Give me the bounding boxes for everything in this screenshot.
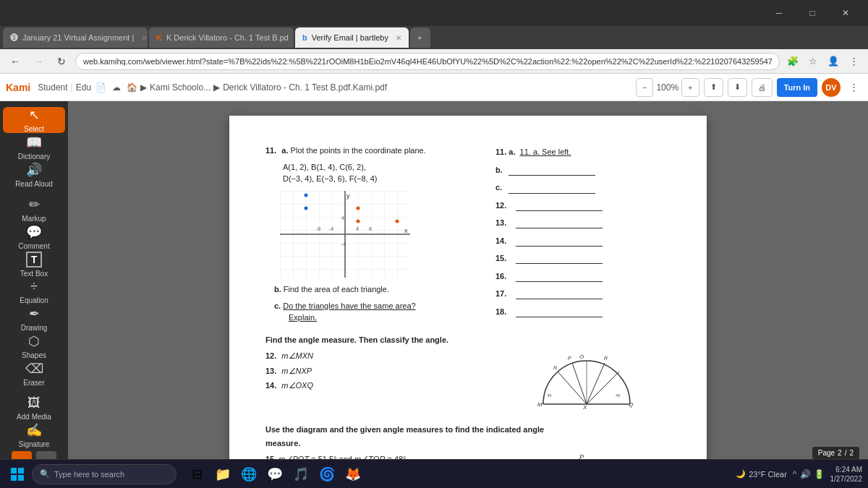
zoom-minus-button[interactable]: −: [636, 78, 653, 97]
extensions-icon[interactable]: 🧩: [784, 53, 801, 70]
svg-text:Q: Q: [629, 401, 633, 408]
answer-13-label: 13.: [495, 217, 511, 229]
svg-text:P: P: [579, 453, 584, 459]
weather-text: 23°F Clear: [749, 470, 787, 479]
sidebar-item-signature[interactable]: ✍ Signature: [3, 422, 65, 448]
volume-icon[interactable]: 🔊: [800, 469, 811, 479]
redo-button[interactable]: ■: [36, 451, 56, 459]
sidebar-item-read-aloud[interactable]: 🔊 Read Aloud: [3, 162, 65, 188]
answer-row-15: 15.: [495, 252, 678, 265]
taskbar-search[interactable]: 🔍 Type here to search: [32, 464, 176, 484]
sidebar-item-label: Text Box: [20, 270, 48, 278]
coordinate-grid: y x 4 8 -4 -8 4 -4: [280, 191, 410, 278]
answer-18-line: [516, 306, 603, 317]
svg-point-15: [305, 193, 308, 197]
minimize-button[interactable]: ─: [762, 1, 796, 25]
task-view-button[interactable]: ⊟: [185, 463, 208, 486]
svg-line-24: [587, 363, 605, 404]
address-input[interactable]: [75, 53, 780, 70]
svg-point-11: [357, 219, 360, 223]
messaging-button[interactable]: 💬: [263, 463, 286, 486]
undo-button[interactable]: ■: [12, 451, 32, 459]
svg-text:-4: -4: [329, 226, 333, 231]
tab-label: Verify Email | bartleby: [312, 33, 388, 42]
sidebar-item-label: Eraser: [23, 379, 44, 387]
sidebar-item-eraser[interactable]: ⌫ Eraser: [3, 361, 65, 387]
tab-close-icon[interactable]: ✕: [141, 34, 147, 42]
problem-11-points2: D(−3, 4), E(−3, 6), F(−8, 4): [283, 174, 378, 183]
text-box-icon: T: [26, 252, 42, 267]
music-button[interactable]: 🎵: [289, 463, 312, 486]
sidebar-item-select[interactable]: ↖ Select: [3, 107, 65, 133]
breadcrumb-file[interactable]: Derick Villatoro - Ch. 1 Test B.pdf.Kami…: [223, 82, 387, 93]
back-button[interactable]: ←: [6, 52, 25, 71]
clock[interactable]: 6:24 AM 1/27/2022: [830, 465, 863, 484]
start-button[interactable]: [6, 463, 29, 486]
browser-icons: 🧩 ☆ 👤 ⋮: [784, 53, 862, 70]
answer-17-line: [516, 288, 603, 299]
sidebar-item-comment[interactable]: 💬 Comment: [3, 224, 65, 250]
print-button[interactable]: 🖨: [752, 78, 773, 97]
breadcrumb-home[interactable]: 🏠: [127, 82, 137, 93]
sidebar-item-add-media[interactable]: 🖼 Add Media: [3, 395, 65, 421]
edge-browser-button[interactable]: 🌐: [237, 463, 260, 486]
windows-icon: [11, 468, 24, 481]
sidebar-item-text-box[interactable]: T Text Box: [3, 252, 65, 278]
markup-icon: ✏: [29, 197, 40, 213]
tab-bartleby[interactable]: b Verify Email | bartleby ✕: [295, 27, 409, 48]
maximize-button[interactable]: □: [796, 1, 829, 25]
breadcrumb-school[interactable]: Kami Schoolo...: [150, 82, 210, 93]
sidebar-item-label: Drawing: [21, 324, 48, 332]
answer-row-18: 18.: [495, 306, 678, 318]
svg-line-25: [587, 372, 619, 404]
svg-text:4: 4: [356, 226, 359, 231]
profile-icon[interactable]: 👤: [825, 53, 842, 70]
problem-11-label: 11.: [265, 146, 276, 155]
kami-nav-student[interactable]: Student: [38, 82, 67, 93]
zoom-plus-button[interactable]: +: [681, 78, 699, 97]
firefox-button[interactable]: 🦊: [341, 463, 365, 486]
tab-derick[interactable]: K K Derick Villatoro - Ch. 1 Test B.pd ✕: [149, 27, 294, 48]
svg-point-13: [396, 219, 399, 223]
file-explorer-button[interactable]: 📁: [211, 463, 234, 486]
problem-11a-label: a.: [281, 146, 288, 155]
sidebar-item-label: Add Media: [17, 413, 51, 421]
sidebar-item-drawing[interactable]: ✒ Drawing: [3, 306, 65, 332]
sidebar-item-markup[interactable]: ✏ Markup: [3, 197, 65, 223]
zoom-controls: − 100% +: [636, 78, 699, 97]
network-icon[interactable]: ^: [793, 469, 797, 479]
taskbar-apps: ⊟ 📁 🌐 💬 🎵 🌀 🦊: [185, 463, 365, 486]
search-icon: 🔍: [40, 469, 50, 479]
battery-icon[interactable]: 🔋: [814, 469, 825, 479]
pdf-area[interactable]: 11. a. Plot the points in the coordinate…: [68, 101, 868, 459]
window-controls: ─ □ ✕: [762, 1, 862, 25]
refresh-button[interactable]: ↻: [52, 52, 71, 71]
chrome-button[interactable]: 🌀: [315, 463, 339, 486]
kami-nav-edu[interactable]: Edu: [76, 82, 91, 93]
sidebar-item-equation[interactable]: ÷ Equation: [3, 279, 65, 304]
angle-diagram-instruction: Use the diagram and the given angle meas…: [265, 424, 671, 436]
menu-icon[interactable]: ⋮: [845, 53, 862, 70]
close-button[interactable]: ✕: [829, 1, 862, 25]
share-button[interactable]: ⬆: [704, 78, 723, 97]
svg-text:-4: -4: [341, 241, 346, 247]
kami-toolbar: Kami Student | Edu 📄 ☁ 🏠 ▶ Kami Schoolo.…: [0, 74, 868, 101]
sidebar-item-dictionary[interactable]: 📖 Dictionary: [3, 134, 65, 160]
sidebar-item-label: Signature: [19, 440, 50, 448]
toolbar-menu-icon[interactable]: ⋮: [845, 79, 862, 96]
answer-14-line: [516, 235, 603, 247]
download-button[interactable]: ⬇: [728, 78, 747, 97]
bookmark-icon[interactable]: ☆: [804, 53, 822, 70]
tab-assignment[interactable]: 🅢 January 21 Virtual Assignment | ✕: [3, 27, 148, 48]
svg-text:X: X: [582, 404, 587, 411]
avatar[interactable]: DV: [822, 78, 841, 97]
sidebar-item-shapes[interactable]: ⬡ Shapes: [3, 333, 65, 359]
angle-section: Find the angle measure. Then classify th…: [265, 334, 671, 416]
turn-in-button[interactable]: Turn In: [777, 78, 817, 97]
new-tab-button[interactable]: +: [410, 27, 430, 48]
tab-favicon: 🅢: [10, 33, 18, 42]
answer-12-label: 12.: [495, 200, 511, 212]
forward-button[interactable]: →: [29, 52, 48, 71]
pdf-content: 11. a. Plot the points in the coordinate…: [265, 145, 671, 459]
tab-close-icon[interactable]: ✕: [396, 34, 401, 42]
